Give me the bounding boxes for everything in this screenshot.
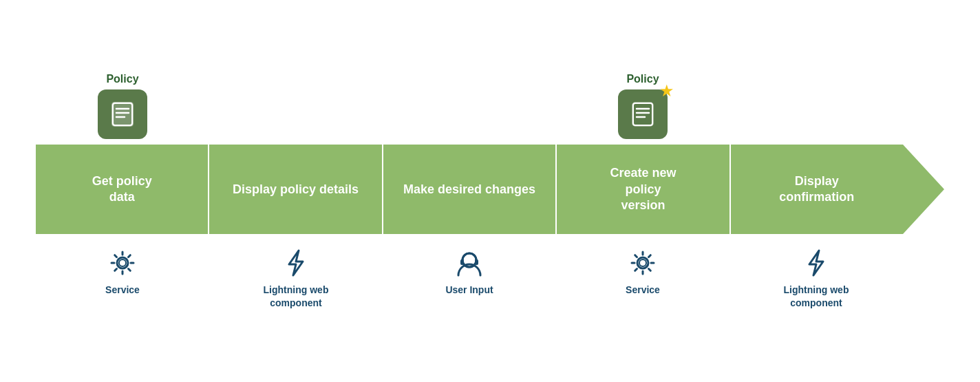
policy-document-icon-4: [628, 99, 658, 129]
arrow-inner: Get policydata Display policy details Ma…: [36, 145, 903, 234]
top-icon-cell-5: [729, 73, 903, 145]
bottom-label-4: Service: [626, 284, 660, 296]
segment-display-confirm: Displayconfirmation: [731, 145, 903, 234]
bottom-label-5: Lightning webcomponent: [784, 284, 849, 308]
bottom-label-3: User Input: [445, 284, 493, 296]
bottom-icons-row: Service Lightning webcomponent User Inpu…: [36, 240, 944, 308]
bottom-label-1: Service: [105, 284, 140, 296]
lightning-icon-1: [279, 246, 312, 279]
star-badge: ★: [659, 83, 674, 99]
top-icons-row: Policy Policy: [36, 73, 944, 145]
tip-spacer-bottom: [903, 240, 944, 308]
svg-marker-13: [289, 251, 303, 275]
segment-label-make-changes: Make desired changes: [403, 182, 535, 198]
svg-rect-7: [633, 103, 652, 125]
bottom-icon-cell-2: Lightning webcomponent: [209, 240, 383, 308]
policy-label-4: Policy: [626, 73, 659, 85]
policy-icon-box-1: [98, 89, 147, 139]
policy-icon-box-4: ★: [618, 89, 668, 139]
segment-display-policy: Display policy details: [209, 145, 381, 234]
lightning-icon-2: [800, 246, 833, 279]
svg-rect-16: [460, 259, 464, 265]
bottom-icon-cell-1: Service: [36, 240, 209, 308]
policy-label-1: Policy: [106, 73, 138, 85]
svg-point-12: [119, 259, 126, 266]
segment-make-changes: Make desired changes: [383, 145, 555, 234]
gear-icon-1: [106, 246, 139, 279]
svg-marker-20: [809, 251, 823, 275]
segment-label-create-version: Create newpolicyversion: [610, 165, 676, 213]
tip-spacer-top: [903, 73, 944, 145]
bottom-icon-cell-4: Service: [556, 240, 729, 308]
policy-document-icon-1: [107, 99, 138, 129]
segment-get-policy: Get policydata: [36, 145, 208, 234]
segment-label-display-confirm: Displayconfirmation: [779, 173, 854, 206]
arrow-tip: [903, 145, 944, 234]
diagram-container: Policy Policy: [15, 59, 965, 322]
policy-icon-wrapper-1: Policy: [98, 73, 147, 139]
policy-icon-wrapper-4: Policy ★: [618, 73, 668, 139]
svg-rect-6: [632, 103, 653, 126]
svg-rect-0: [111, 102, 134, 127]
bottom-icon-cell-5: Lightning webcomponent: [729, 240, 903, 308]
bottom-label-2: Lightning webcomponent: [264, 284, 329, 308]
bottom-icon-cell-3: User Input: [383, 240, 556, 308]
segment-label-display-policy: Display policy details: [233, 182, 359, 198]
user-icon: [453, 246, 486, 279]
top-icon-cell-3: [383, 73, 556, 145]
top-icon-cell-4: Policy ★: [556, 73, 729, 145]
arrow-band: Get policydata Display policy details Ma…: [36, 145, 944, 234]
gear-icon-2: [626, 246, 659, 279]
top-icon-cell-1: Policy: [36, 73, 209, 145]
svg-point-19: [639, 259, 646, 266]
top-icon-cell-2: [209, 73, 383, 145]
segment-label-get-policy: Get policydata: [92, 173, 152, 206]
svg-rect-17: [475, 259, 478, 265]
segment-create-version: Create newpolicyversion: [557, 145, 729, 234]
